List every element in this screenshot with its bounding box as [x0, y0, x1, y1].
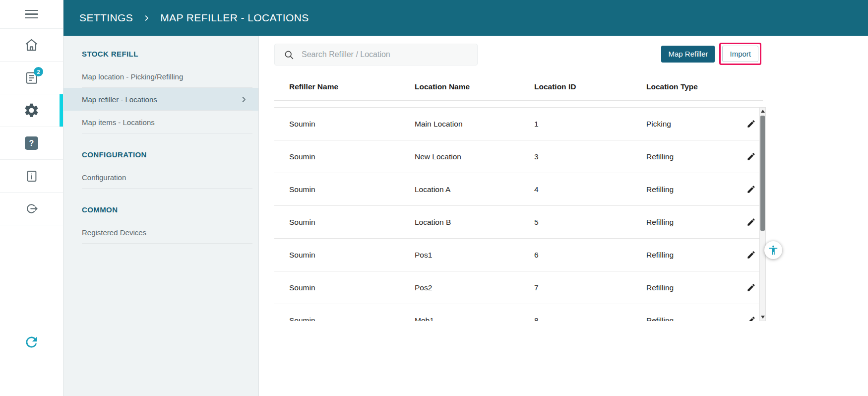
- rail-item-home[interactable]: [0, 29, 63, 62]
- cell-location-type: Refilling: [646, 185, 739, 194]
- cell-refiller-name: Soumin: [289, 218, 415, 227]
- edit-pencil-icon: [746, 152, 756, 161]
- sidebar-item-label: Map items - Locations: [82, 118, 155, 127]
- toolbar-actions: Map Refiller Import: [661, 43, 761, 65]
- cell-location-id: 8: [534, 316, 646, 322]
- edit-pencil-icon: [746, 185, 756, 194]
- accessibility-icon: [768, 245, 779, 256]
- table-body: Soumin Main Location 1 Picking Soumin Ne…: [274, 107, 763, 321]
- cell-location-type: Picking: [646, 120, 739, 129]
- cell-location-type: Refilling: [646, 283, 739, 292]
- column-header-location-name: Location Name: [415, 82, 534, 91]
- cell-refiller-name: Soumin: [289, 283, 415, 292]
- edit-pencil-icon: [746, 217, 756, 227]
- sidebar-item-label: Registered Devices: [82, 228, 146, 237]
- table-row[interactable]: Soumin Location B 5 Refilling: [274, 206, 763, 239]
- edit-pencil-icon: [746, 250, 756, 260]
- column-header-refiller-name: Refiller Name: [289, 82, 415, 91]
- table-row[interactable]: Soumin Mob1 8 Refilling: [274, 304, 763, 321]
- scroll-down-arrow[interactable]: [760, 314, 765, 321]
- table-row[interactable]: Soumin New Location 3 Refilling: [274, 140, 763, 173]
- cell-refiller-name: Soumin: [289, 152, 415, 161]
- edit-pencil-icon: [746, 283, 756, 292]
- import-button[interactable]: Import: [722, 46, 758, 62]
- section-heading: STOCK REFILL: [63, 50, 258, 65]
- info-icon: [25, 169, 39, 183]
- sidebar-item-configuration[interactable]: Configuration: [63, 166, 258, 189]
- cell-location-name: Main Location: [415, 120, 534, 129]
- cell-location-name: Pos2: [415, 283, 534, 292]
- column-header-location-id: Location ID: [534, 82, 646, 91]
- cell-location-name: New Location: [415, 152, 534, 161]
- sidebar-item-label: Configuration: [82, 173, 126, 182]
- table-scrollbar[interactable]: [759, 107, 766, 321]
- table-row[interactable]: Soumin Pos1 6 Refilling: [274, 239, 763, 271]
- refresh-button[interactable]: [0, 334, 63, 350]
- sidebar-item-label: Map location - Picking/Refilling: [82, 72, 183, 81]
- orders-count-badge: 2: [34, 67, 43, 76]
- sidebar-item-map-items-locations[interactable]: Map items - Locations: [63, 111, 258, 133]
- scroll-up-arrow[interactable]: [760, 108, 765, 115]
- hamburger-icon: [25, 7, 38, 21]
- chevron-right-icon: [143, 14, 150, 22]
- import-highlight-box: Import: [719, 43, 761, 65]
- sidebar-item-registered-devices[interactable]: Registered Devices: [63, 221, 258, 244]
- cell-location-type: Refilling: [646, 218, 739, 227]
- rail-item-logout[interactable]: [0, 193, 63, 225]
- column-header-location-type: Location Type: [646, 82, 739, 91]
- toolbar: Map Refiller Import: [259, 36, 868, 73]
- settings-sidebar: STOCK REFILL Map location - Picking/Refi…: [63, 36, 259, 396]
- search-box[interactable]: [274, 44, 478, 66]
- rail-item-settings[interactable]: [0, 94, 63, 127]
- accessibility-widget-button[interactable]: [764, 241, 782, 259]
- top-header-bar: SETTINGS MAP REFILLER - LOCATIONS: [63, 0, 868, 36]
- cell-location-name: Location B: [415, 218, 534, 227]
- sidebar-section-configuration: CONFIGURATION Configuration: [63, 150, 258, 189]
- help-icon: ?: [25, 136, 38, 150]
- cell-location-id: 5: [534, 218, 646, 227]
- cell-refiller-name: Soumin: [289, 185, 415, 194]
- sidebar-section-stock-refill: STOCK REFILL Map location - Picking/Refi…: [63, 50, 258, 133]
- sidebar-item-map-refiller-locations[interactable]: Map refiller - Locations: [63, 88, 258, 111]
- rail-item-help[interactable]: ?: [0, 127, 63, 160]
- settings-gear-icon: [23, 102, 40, 119]
- menu-button[interactable]: [0, 0, 63, 29]
- search-icon: [284, 50, 294, 60]
- refresh-icon: [23, 334, 40, 350]
- breadcrumb-page-title: MAP REFILLER - LOCATIONS: [160, 12, 309, 24]
- table-row[interactable]: Soumin Pos2 7 Refilling: [274, 271, 763, 304]
- cell-location-id: 7: [534, 283, 646, 292]
- rail-item-orders[interactable]: 2: [0, 62, 63, 94]
- sidebar-item-label: Map refiller - Locations: [82, 95, 157, 104]
- breadcrumb-settings[interactable]: SETTINGS: [79, 12, 133, 24]
- table-header-row: Refiller Name Location Name Location ID …: [274, 73, 763, 101]
- edit-pencil-icon: [746, 316, 756, 321]
- cell-location-id: 3: [534, 152, 646, 161]
- cell-location-type: Refilling: [646, 316, 739, 322]
- cell-refiller-name: Soumin: [289, 120, 415, 129]
- cell-location-name: Mob1: [415, 316, 534, 322]
- icon-rail: 2 ?: [0, 0, 63, 396]
- sidebar-item-map-location-picking-refilling[interactable]: Map location - Picking/Refilling: [63, 65, 258, 88]
- cell-location-id: 1: [534, 120, 646, 129]
- table-row[interactable]: Soumin Location A 4 Refilling: [274, 173, 763, 206]
- scrollbar-thumb[interactable]: [760, 116, 765, 231]
- section-heading: CONFIGURATION: [63, 150, 258, 166]
- rail-item-info[interactable]: [0, 160, 63, 193]
- cell-location-id: 4: [534, 185, 646, 194]
- chevron-right-icon: [240, 96, 248, 103]
- cell-location-type: Refilling: [646, 251, 739, 260]
- map-refiller-button[interactable]: Map Refiller: [661, 46, 715, 63]
- sidebar-section-common: COMMON Registered Devices: [63, 205, 258, 244]
- home-icon: [24, 37, 39, 53]
- main-content: Map Refiller Import Refiller Name Locati…: [259, 36, 868, 396]
- cell-refiller-name: Soumin: [289, 251, 415, 260]
- locations-table: Refiller Name Location Name Location ID …: [274, 73, 763, 321]
- search-input[interactable]: [302, 50, 465, 59]
- cell-location-name: Pos1: [415, 251, 534, 260]
- cell-location-type: Refilling: [646, 152, 739, 161]
- cell-location-name: Location A: [415, 185, 534, 194]
- table-row[interactable]: Soumin Main Location 1 Picking: [274, 108, 763, 140]
- edit-pencil-icon: [746, 119, 756, 129]
- cell-location-id: 6: [534, 251, 646, 260]
